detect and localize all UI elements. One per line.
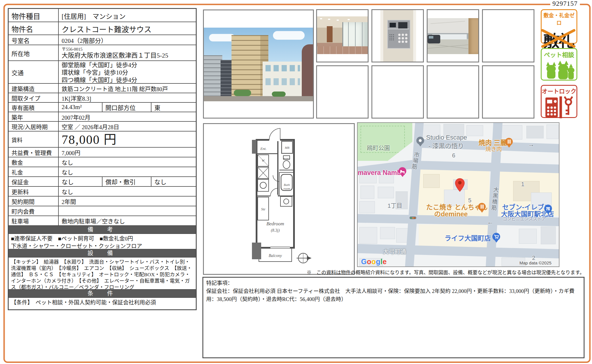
photo-box-empty xyxy=(371,65,424,119)
cloud xyxy=(209,34,235,41)
label-bedroom-size: (8.3j) xyxy=(271,228,280,233)
wall-pillars xyxy=(380,10,383,62)
photo-box-parking xyxy=(427,9,479,62)
location-map: 鴎町公園 Studio Escape - 漆黒の悟り .pin[data-nam… xyxy=(357,122,559,267)
label-bedroom: Bedroom xyxy=(266,221,284,226)
row-label: 物件種目 xyxy=(9,9,59,22)
label-bath-1: Bath xyxy=(284,183,290,186)
traffic-light-icon xyxy=(409,216,416,219)
google-letter: o xyxy=(367,258,371,266)
photo-box-empty xyxy=(482,65,534,119)
table-row: 号室名 0204（2階部分） xyxy=(9,35,196,45)
row-value: 御堂筋線「大国町」徒歩4分 環状線「今宮」徒歩10分 四つ橋線「大国町」徒歩4分 xyxy=(59,61,196,83)
google-letter: G xyxy=(361,258,367,266)
badge-autolock: オートロック xyxy=(541,85,577,118)
bushes xyxy=(234,90,251,96)
round-brown-building xyxy=(302,44,313,101)
label-entrance: Ent. xyxy=(260,146,266,151)
floorplan-box: Ent. MB W Toilet Bath room Ste Bedroom (… xyxy=(203,123,355,275)
conditions-text: 【条件】 ペット相談・外国人契約可能・保証会社利用必須 xyxy=(9,298,196,309)
row-label: 礼金 xyxy=(9,167,59,176)
traffic-dot xyxy=(410,217,412,219)
intercom-info-display xyxy=(398,22,407,28)
background-building xyxy=(204,55,222,101)
map-building xyxy=(396,228,408,243)
seven-pin-icon: .pin[data-name="seven-pin-icon"]:after{b… xyxy=(544,205,552,212)
remarks-section-header: 備 考 xyxy=(9,226,196,234)
row-label: 間取タイプ xyxy=(9,93,59,102)
park-area xyxy=(358,123,412,161)
entrance-lobby-photo xyxy=(317,16,368,54)
crossed-kanji-art: 敷 礼 xyxy=(542,26,576,51)
photo-box-empty xyxy=(427,65,479,119)
table-row: 契約期間 2年間 xyxy=(9,197,196,206)
map-building xyxy=(541,226,556,244)
cloud xyxy=(273,31,305,40)
row-label: 現況/入居時期 xyxy=(9,122,59,131)
row-label: 築年 xyxy=(9,112,59,121)
row-label: 保証金 xyxy=(9,177,59,186)
table-row: 建築構造 鉄筋コンクリート造 地上11階 総戸数80戸 xyxy=(9,84,196,93)
beige-pillar-wall xyxy=(468,18,478,54)
label-w: W xyxy=(262,159,265,163)
building-exterior-photo xyxy=(204,28,313,101)
poi-studio-escape: Studio Escape xyxy=(426,134,467,141)
chome-label: 1丁目 xyxy=(388,201,402,209)
row-value: クレストコート難波サウス xyxy=(59,22,196,35)
intercom-screen xyxy=(390,23,396,27)
badge-label: ペット相談 xyxy=(542,50,576,59)
label-toilet: Toilet xyxy=(283,157,291,161)
poi-studio-escape-2: - 漆黒の悟り xyxy=(428,141,464,150)
block-number-6: 6 xyxy=(452,152,455,159)
badge-label: 敷金・礼金ゼロ xyxy=(542,11,576,26)
front-building-windows xyxy=(265,78,300,85)
row-value: 1K[洋室8.3] xyxy=(59,93,196,102)
opening-direction-label: 開口部方位 xyxy=(103,103,151,112)
table-row: 更新料 なし xyxy=(9,187,196,197)
pets-silhouette-icon xyxy=(544,59,575,80)
panel-trim xyxy=(387,28,409,29)
badge-no-deposit: 敷金・礼金ゼロ 敷 礼 xyxy=(541,9,577,44)
access-line: 四つ橋線「大国町」徒歩4分 xyxy=(62,76,196,84)
postal-code: 〒556-0015 xyxy=(62,46,196,52)
row-value xyxy=(59,206,196,216)
row-label: 賃料 xyxy=(9,132,59,147)
remarks-line: ■連帯保証人不要 ■ペット飼育可 ■敷金礼金0円 xyxy=(11,235,193,243)
row-label: 所在地 xyxy=(9,45,59,60)
special-notes-box: 特記事項： 保証会社：保証会社利用必須 日本セーフティー株式会社 大手法人相談可… xyxy=(202,277,585,358)
property-location-pin-icon xyxy=(455,178,465,192)
equipment-section-header: 設 備 xyxy=(9,249,196,258)
yakiniku-pin-icon: .pin[data-name="yakiniku-pin-icon"]:afte… xyxy=(505,138,513,146)
row-value: 空室 ／ 2026年4月28日 xyxy=(59,122,196,131)
road-label-oyumicho: 大弓町通 xyxy=(383,247,406,256)
map-building xyxy=(359,227,377,244)
map-building xyxy=(359,201,375,213)
badge-label: オートロック xyxy=(542,87,576,95)
life-cart-pin-icon: .pin[data-name="life-cart-pin-icon"]:aft… xyxy=(492,233,500,241)
row-label: 交通 xyxy=(9,61,59,83)
disclaimer-note: ※ この資料は物件の概略紹介資料になります。写真、間取図面、設備、概要などが現況… xyxy=(202,268,585,276)
map-building xyxy=(519,229,537,244)
photo-box-intercom xyxy=(371,9,424,62)
row-label: 専有面積 xyxy=(9,103,59,112)
label-bath-2: room xyxy=(284,187,290,190)
ceiling-lights xyxy=(320,18,322,19)
row-value: なし xyxy=(59,167,196,176)
table-row: 物件名 クレストコート難波サウス xyxy=(9,22,196,35)
table-row: 間取タイプ 1K[洋室8.3] xyxy=(9,93,196,103)
row-value: 7,000円 xyxy=(59,148,196,157)
autolock-icon xyxy=(544,96,575,118)
speaker-grille xyxy=(390,34,390,35)
poi-life-supermarket: ライフ大国町店 xyxy=(445,233,491,243)
map-building xyxy=(423,174,440,188)
special-notes-body: 保証会社：保証会社利用必須 日本セーフティー株式会社 大手法人相談可・保険：保険… xyxy=(206,287,581,303)
floor-area-value: 24.43m² xyxy=(59,103,103,112)
row-label: 共益費・管理費 xyxy=(9,148,59,157)
door-frames xyxy=(348,22,349,49)
google-letter: l xyxy=(380,258,382,266)
floorplan-drawing: Ent. MB W Toilet Bath room Ste Bedroom (… xyxy=(204,124,354,274)
photo-box-lobby xyxy=(316,9,369,62)
photo-box-empty xyxy=(316,65,369,119)
poi-yakiniku-2: 焼き肉 xyxy=(485,145,502,153)
row-value: なし xyxy=(59,187,196,196)
